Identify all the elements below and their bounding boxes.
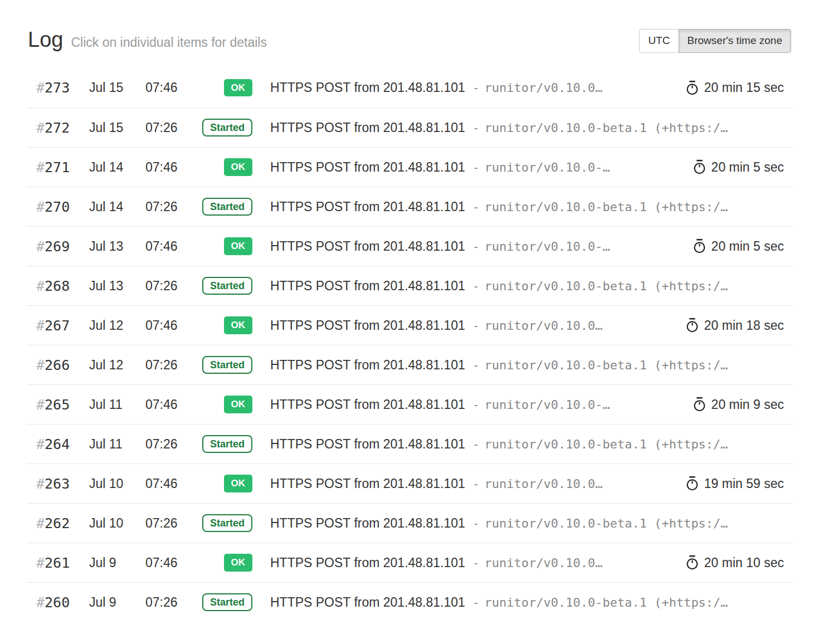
- log-row[interactable]: #273 Jul 15 07:46 OK HTTPS POST from 201…: [27, 68, 792, 108]
- log-page: LogClick on individual items for details…: [0, 0, 819, 622]
- event-time: 07:26: [145, 516, 190, 531]
- event-number-hash: #: [36, 515, 45, 531]
- event-number-digits: 265: [45, 397, 70, 413]
- utc-button[interactable]: UTC: [639, 29, 679, 53]
- event-separator: -: [472, 280, 480, 293]
- event-agent: runitor/v0.10.0-…: [485, 398, 610, 412]
- event-time: 07:46: [145, 80, 190, 95]
- page-title: LogClick on individual items for details: [28, 27, 267, 55]
- event-agent: runitor/v0.10.0-beta.1 (+https:/…: [485, 279, 728, 293]
- event-separator: -: [472, 161, 480, 174]
- event-duration: 20 min 5 sec: [693, 238, 792, 254]
- log-row[interactable]: #262 Jul 10 07:26 Started HTTPS POST fro…: [27, 503, 792, 543]
- event-number-hash: #: [36, 278, 45, 294]
- event-description: HTTPS POST from 201.48.81.101-runitor/v0…: [252, 437, 792, 452]
- status-badge-cell: OK: [190, 554, 252, 572]
- event-text: HTTPS POST from 201.48.81.101: [270, 397, 465, 412]
- event-date: Jul 10: [89, 476, 145, 491]
- log-row[interactable]: #260 Jul 9 07:26 Started HTTPS POST from…: [27, 582, 792, 622]
- event-text: HTTPS POST from 201.48.81.101: [270, 160, 465, 174]
- log-row[interactable]: #266 Jul 12 07:26 Started HTTPS POST fro…: [27, 345, 792, 384]
- event-number-hash: #: [36, 238, 45, 255]
- log-row[interactable]: #268 Jul 13 07:26 Started HTTPS POST fro…: [27, 266, 792, 305]
- event-number-hash: #: [36, 436, 45, 452]
- log-row[interactable]: #267 Jul 12 07:46 OK HTTPS POST from 201…: [27, 305, 792, 345]
- event-time: 07:46: [145, 239, 190, 254]
- timezone-toggle: UTC Browser's time zone: [639, 29, 791, 53]
- event-duration: 20 min 10 sec: [685, 555, 792, 570]
- event-description: HTTPS POST from 201.48.81.101-runitor/v0…: [252, 199, 792, 214]
- status-badge-cell: OK: [190, 237, 252, 255]
- event-date: Jul 11: [89, 397, 145, 412]
- log-row[interactable]: #272 Jul 15 07:26 Started HTTPS POST fro…: [27, 108, 792, 147]
- log-row[interactable]: #261 Jul 9 07:46 OK HTTPS POST from 201.…: [27, 543, 792, 582]
- event-date: Jul 15: [89, 80, 145, 95]
- log-row[interactable]: #271 Jul 14 07:46 OK HTTPS POST from 201…: [27, 147, 792, 187]
- status-badge-cell: OK: [190, 158, 252, 176]
- event-separator: -: [472, 319, 480, 333]
- status-badge: Started: [202, 198, 252, 216]
- event-text: HTTPS POST from 201.48.81.101: [270, 555, 465, 570]
- log-row[interactable]: #263 Jul 10 07:46 OK HTTPS POST from 201…: [27, 464, 792, 503]
- event-number: #267: [27, 318, 89, 334]
- event-duration: 20 min 18 sec: [685, 318, 792, 333]
- status-badge: OK: [224, 79, 253, 97]
- event-number-digits: 270: [45, 199, 70, 215]
- event-separator: -: [472, 477, 480, 491]
- event-separator: -: [472, 438, 480, 451]
- status-badge: Started: [202, 119, 252, 137]
- event-agent: runitor/v0.10.0-beta.1 (+https:/…: [485, 516, 728, 530]
- event-time: 07:26: [145, 279, 190, 294]
- status-badge: Started: [202, 356, 252, 374]
- log-row[interactable]: #270 Jul 14 07:26 Started HTTPS POST fro…: [27, 187, 792, 226]
- browser-time-zone-button[interactable]: Browser's time zone: [679, 29, 791, 53]
- event-number: #262: [27, 515, 89, 531]
- event-number-digits: 271: [45, 159, 70, 175]
- event-separator: -: [472, 201, 480, 214]
- status-badge: OK: [224, 396, 253, 413]
- event-date: Jul 12: [89, 318, 145, 333]
- event-agent: runitor/v0.10.0-beta.1 (+https:/…: [485, 121, 728, 135]
- status-badge-cell: Started: [190, 198, 252, 216]
- event-text: HTTPS POST from 201.48.81.101: [270, 120, 465, 135]
- event-number-hash: #: [36, 80, 45, 96]
- event-agent: runitor/v0.10.0-…: [485, 160, 610, 174]
- event-number-hash: #: [36, 555, 45, 571]
- event-number-hash: #: [36, 476, 45, 492]
- event-description: HTTPS POST from 201.48.81.101-runitor/v0…: [252, 476, 685, 491]
- event-duration: 20 min 5 sec: [693, 159, 792, 175]
- event-number-hash: #: [36, 159, 45, 175]
- event-time: 07:46: [145, 160, 190, 175]
- event-date: Jul 14: [89, 160, 145, 175]
- event-text: HTTPS POST from 201.48.81.101: [270, 279, 465, 293]
- event-agent: runitor/v0.10.0-beta.1 (+https:/…: [485, 358, 728, 372]
- log-row[interactable]: #265 Jul 11 07:46 OK HTTPS POST from 201…: [27, 384, 792, 424]
- log-row[interactable]: #264 Jul 11 07:26 Started HTTPS POST fro…: [27, 424, 792, 464]
- status-badge-cell: Started: [190, 119, 252, 137]
- status-badge-cell: Started: [190, 514, 252, 533]
- event-duration: 20 min 9 sec: [693, 397, 792, 412]
- event-description: HTTPS POST from 201.48.81.101-runitor/v0…: [252, 279, 792, 294]
- event-number-digits: 260: [45, 594, 70, 611]
- stopwatch-icon: [685, 555, 699, 570]
- event-description: HTTPS POST from 201.48.81.101-runitor/v0…: [252, 555, 685, 570]
- event-separator: -: [472, 359, 480, 372]
- event-number-hash: #: [36, 357, 45, 373]
- event-number: #271: [27, 159, 89, 175]
- event-number-hash: #: [36, 120, 45, 136]
- event-agent: runitor/v0.10.0…: [485, 477, 603, 491]
- event-agent: runitor/v0.10.0-beta.1 (+https:/…: [485, 437, 728, 451]
- status-badge: Started: [202, 593, 252, 612]
- event-description: HTTPS POST from 201.48.81.101-runitor/v0…: [252, 239, 693, 254]
- event-number-digits: 261: [45, 555, 70, 571]
- event-duration-text: 20 min 5 sec: [711, 160, 784, 175]
- event-description: HTTPS POST from 201.48.81.101-runitor/v0…: [252, 80, 685, 95]
- status-badge: Started: [202, 277, 252, 295]
- event-time: 07:26: [145, 358, 190, 373]
- event-number: #265: [27, 397, 89, 413]
- event-duration-text: 19 min 59 sec: [704, 476, 784, 491]
- event-number-hash: #: [36, 397, 45, 413]
- status-badge: OK: [224, 554, 253, 572]
- log-row[interactable]: #269 Jul 13 07:46 OK HTTPS POST from 201…: [27, 226, 792, 266]
- event-agent: runitor/v0.10.0-beta.1 (+https:/…: [485, 200, 728, 214]
